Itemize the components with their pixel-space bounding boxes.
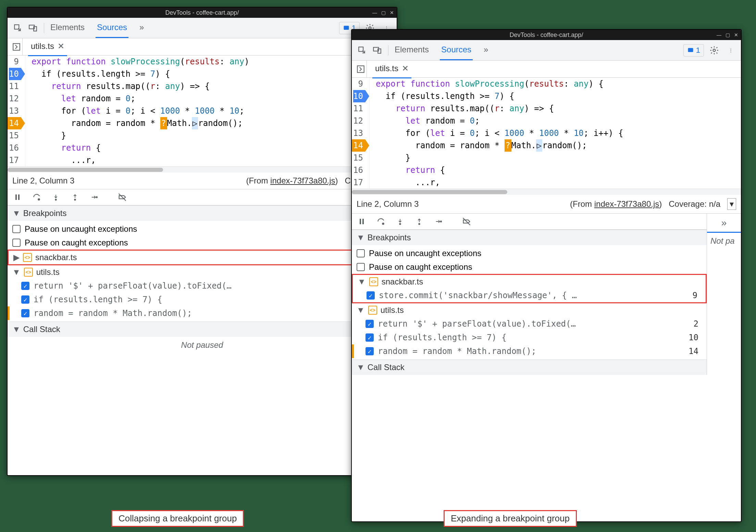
- file-tab-close-icon[interactable]: ✕: [58, 41, 64, 51]
- dropdown-icon[interactable]: ▾: [727, 198, 736, 210]
- minimize-icon[interactable]: —: [372, 10, 377, 15]
- checkbox-unchecked[interactable]: [357, 263, 365, 271]
- checkbox-unchecked[interactable]: [12, 239, 21, 247]
- breakpoint-group-snackbar[interactable]: ▶ <> snackbar.ts: [8, 250, 397, 265]
- pause-uncaught-checkbox-row[interactable]: Pause on uncaught exceptions: [8, 222, 397, 236]
- file-tab-utils[interactable]: utils.ts ✕: [28, 37, 67, 56]
- step-over-icon[interactable]: [376, 216, 386, 227]
- line-number[interactable]: 16: [9, 142, 21, 154]
- device-toggle-icon[interactable]: [371, 44, 383, 56]
- step-over-icon[interactable]: [32, 192, 42, 202]
- tab-elements[interactable]: Elements: [393, 40, 430, 60]
- pause-icon[interactable]: [12, 192, 23, 202]
- line-number-conditional-bp[interactable]: ?14: [9, 117, 21, 129]
- side-tabs-more-icon[interactable]: »: [707, 214, 741, 233]
- navigator-toggle-icon[interactable]: [10, 38, 23, 55]
- breakpoint-item[interactable]: ✓ return '$' + parseFloat(value).toFixed…: [8, 279, 397, 293]
- tabs-more-icon[interactable]: »: [482, 40, 489, 60]
- line-number[interactable]: 15: [9, 129, 21, 142]
- callstack-section-header[interactable]: ▼ Call Stack: [8, 321, 397, 337]
- breakpoint-item[interactable]: ✓ if (results.length >= 7) { 10: [8, 293, 397, 306]
- navigator-toggle-icon[interactable]: [355, 61, 367, 78]
- checkbox-checked[interactable]: ✓: [21, 282, 29, 290]
- deactivate-breakpoints-icon[interactable]: [461, 216, 472, 227]
- inspect-icon[interactable]: [12, 22, 24, 34]
- code-content[interactable]: export function slowProcessing(results: …: [370, 78, 623, 189]
- horizontal-scrollbar[interactable]: [8, 166, 397, 173]
- checkbox-checked[interactable]: ✓: [365, 320, 374, 328]
- file-tab-label: utils.ts: [375, 64, 398, 73]
- close-icon[interactable]: ✕: [390, 10, 394, 15]
- code-editor[interactable]: 9 10 11 12 13 ?14 15 16 17 export functi…: [8, 55, 397, 166]
- inspect-icon[interactable]: [356, 44, 368, 56]
- step-icon[interactable]: [89, 192, 99, 202]
- line-number[interactable]: 16: [353, 164, 365, 176]
- line-number-breakpoint[interactable]: 10: [353, 90, 365, 102]
- tab-sources[interactable]: Sources: [440, 40, 473, 60]
- source-map-link[interactable]: index-73f73a80.js: [594, 199, 659, 208]
- code-content[interactable]: export function slowProcessing(results: …: [25, 55, 249, 166]
- breakpoint-group-snackbar[interactable]: ▼ <> snackbar.ts: [353, 275, 706, 289]
- line-number[interactable]: 11: [353, 102, 365, 115]
- step-icon[interactable]: [433, 216, 444, 227]
- step-out-icon[interactable]: [70, 192, 80, 202]
- breakpoints-section-header[interactable]: ▼ Breakpoints: [8, 205, 397, 221]
- line-number[interactable]: 12: [9, 92, 21, 105]
- more-icon[interactable]: ⋮: [724, 44, 737, 56]
- tabs-more-icon[interactable]: »: [138, 18, 145, 38]
- pause-icon[interactable]: [357, 216, 367, 227]
- breakpoint-item[interactable]: ✓ return '$' + parseFloat(value).toFixed…: [352, 317, 707, 331]
- breakpoint-item[interactable]: ✓ if (results.length >= 7) { 10: [352, 331, 707, 344]
- file-tab-utils[interactable]: utils.ts ✕: [372, 60, 411, 78]
- pause-uncaught-checkbox-row[interactable]: Pause on uncaught exceptions: [352, 246, 707, 260]
- line-number[interactable]: 13: [353, 127, 365, 139]
- line-number[interactable]: 15: [353, 152, 365, 164]
- window-title: DevTools - coffee-cart.app/: [510, 31, 583, 39]
- checkbox-checked[interactable]: ✓: [21, 295, 29, 304]
- minimize-icon[interactable]: —: [717, 32, 721, 38]
- checkbox-unchecked[interactable]: [12, 225, 21, 233]
- cursor-position: Line 2, Column 3: [12, 176, 74, 186]
- device-toggle-icon[interactable]: [27, 22, 39, 34]
- step-into-icon[interactable]: [395, 216, 405, 227]
- line-number[interactable]: 13: [9, 105, 21, 117]
- checkbox-unchecked[interactable]: [357, 249, 365, 257]
- breakpoint-item[interactable]: ✓ store.commit('snackbar/showMessage', {…: [353, 289, 706, 302]
- source-map-link[interactable]: index-73f73a80.js: [270, 176, 335, 185]
- breakpoints-section-header[interactable]: ▼ Breakpoints: [352, 230, 707, 245]
- maximize-icon[interactable]: ▢: [726, 32, 730, 38]
- pause-caught-checkbox-row[interactable]: Pause on caught exceptions: [8, 236, 397, 250]
- line-number[interactable]: 17: [353, 176, 365, 189]
- callstack-section-header[interactable]: ▼ Call Stack: [352, 359, 707, 375]
- breakpoint-item[interactable]: ✓ random = random * Math.random(); 14: [352, 344, 707, 358]
- close-icon[interactable]: ✕: [734, 32, 738, 38]
- line-number[interactable]: 11: [9, 80, 21, 92]
- horizontal-scrollbar[interactable]: [352, 189, 741, 195]
- file-tabs: utils.ts ✕: [352, 61, 741, 78]
- checkbox-checked[interactable]: ✓: [21, 309, 29, 317]
- step-out-icon[interactable]: [414, 216, 424, 227]
- line-number[interactable]: 17: [9, 154, 21, 166]
- line-number[interactable]: 9: [9, 55, 21, 68]
- breakpoint-group-utils[interactable]: ▼ <> utils.ts: [352, 303, 707, 317]
- tab-sources[interactable]: Sources: [96, 18, 128, 38]
- line-number-breakpoint[interactable]: 10: [9, 68, 21, 80]
- chevron-right-icon: ▶: [13, 253, 20, 262]
- line-number[interactable]: 12: [353, 115, 365, 127]
- deactivate-breakpoints-icon[interactable]: [117, 192, 127, 202]
- settings-icon[interactable]: [708, 44, 720, 56]
- tab-elements[interactable]: Elements: [49, 18, 86, 38]
- breakpoint-group-utils[interactable]: ▼ <> utils.ts: [8, 265, 397, 279]
- file-tab-close-icon[interactable]: ✕: [402, 64, 409, 73]
- line-number-conditional-bp[interactable]: ?14: [353, 139, 365, 152]
- breakpoint-item[interactable]: ✓ random = random * Math.random(); 14: [8, 306, 397, 320]
- pause-caught-checkbox-row[interactable]: Pause on caught exceptions: [352, 260, 707, 274]
- maximize-icon[interactable]: ▢: [381, 10, 386, 15]
- step-into-icon[interactable]: [51, 192, 61, 202]
- code-editor[interactable]: 9 10 11 12 13 ?14 15 16 17 export functi…: [352, 78, 741, 189]
- checkbox-checked[interactable]: ✓: [367, 291, 375, 300]
- checkbox-checked[interactable]: ✓: [365, 333, 374, 342]
- issues-badge[interactable]: 1: [683, 44, 704, 56]
- checkbox-checked[interactable]: ✓: [365, 347, 374, 355]
- line-number[interactable]: 9: [353, 78, 365, 90]
